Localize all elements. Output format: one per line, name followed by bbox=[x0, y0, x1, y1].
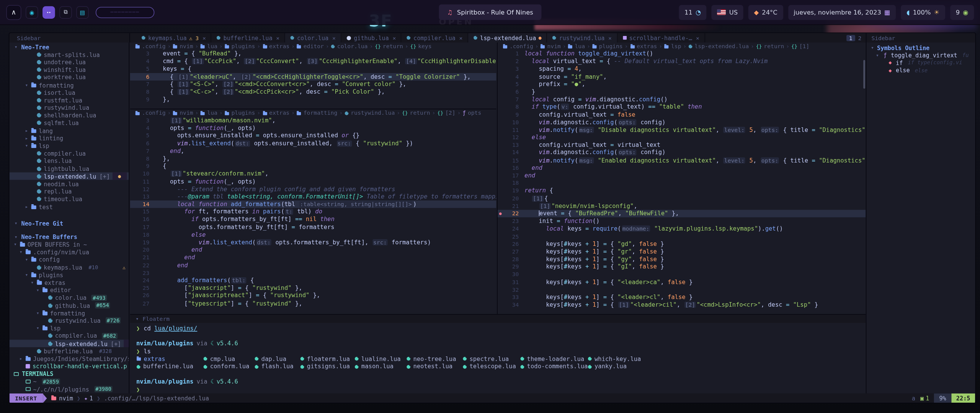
code-line-8[interactable]: 8 }, bbox=[130, 155, 497, 163]
tree-item-lsp-extended.lu[interactable]: lsp-extended.lu [+]● bbox=[9, 340, 129, 347]
close-icon[interactable]: × bbox=[608, 35, 612, 41]
code-line-15[interactable]: 15 for ft, formatters in pairs(t: tbl) d… bbox=[130, 208, 497, 216]
close-icon[interactable]: × bbox=[203, 35, 206, 41]
tab-keymaps.lua[interactable]: keymaps.lua⚠ 3× bbox=[136, 33, 212, 42]
code-line-6[interactable]: 6 { [1]"<leader>uC", [2]"<cmd>CccHighlig… bbox=[130, 73, 497, 80]
now-playing-widget[interactable]: ♫ Spiritbox - Rule Of Nines bbox=[439, 4, 541, 20]
code-line-17[interactable]: 17 opts.formatters_by_ft[ft] = formatter… bbox=[130, 223, 497, 231]
code-line-31[interactable]: 31 keys[#keys + 1] = { "<leader>ca", fal… bbox=[498, 278, 866, 286]
code-line-22[interactable]: ●22 event = { "BufReadPre", "BufNewFile"… bbox=[498, 210, 866, 218]
file-extras[interactable]: extras bbox=[136, 355, 203, 363]
code-line-14[interactable]: 14 vim.diagnostic.config(opts: config) bbox=[498, 149, 866, 156]
expander-icon[interactable]: ▾ bbox=[36, 310, 40, 316]
file-cmp.lua[interactable]: cmp.lua bbox=[203, 355, 255, 363]
tree-item-isort.lua[interactable]: isort.lua bbox=[9, 89, 129, 96]
tab-github.lua[interactable]: github.lua× bbox=[341, 33, 402, 42]
expander-icon[interactable]: ▾ bbox=[24, 257, 29, 263]
code-line-20[interactable]: 20 end bbox=[130, 246, 497, 254]
keyboard-layout-module[interactable]: US bbox=[712, 5, 743, 20]
file-mason.lua[interactable]: mason.lua bbox=[354, 363, 407, 371]
code-line-5[interactable]: 5 opts.ensure_installed = opts.ensure_in… bbox=[130, 132, 497, 140]
code-line-29[interactable]: 29 keys[#keys + 1] = { "gI", false } bbox=[498, 263, 866, 271]
tree-item-compiler.lua[interactable]: compiler.lua bbox=[9, 150, 129, 157]
code-line-5[interactable]: 5 keys = { bbox=[130, 65, 497, 73]
code-line-20[interactable]: 20 [1]{ bbox=[498, 195, 866, 202]
workspace-button[interactable]: ·· bbox=[42, 6, 55, 19]
code-line-25[interactable]: 25 ["javascript"] = { "rustywind" }, bbox=[130, 284, 497, 292]
scrollbar-handle[interactable] bbox=[863, 60, 865, 89]
tree-item-neodim.lua[interactable]: neodim.lua bbox=[9, 180, 129, 188]
symbol-if[interactable]: ◆ifif type(config.vi bbox=[866, 59, 975, 67]
code-line-3[interactable]: 3 event = { "BufRead" }, bbox=[130, 50, 497, 58]
tree-item-formatting[interactable]: ▾formatting bbox=[9, 309, 129, 317]
code-line-19[interactable]: 19 vim.list_extend(dst: opts.formatters_… bbox=[130, 239, 497, 246]
file-todo-comments.lua[interactable]: todo-comments.lua bbox=[520, 363, 588, 371]
code-line-33[interactable]: 33 keys[#keys + 1] = { "<leader>cl", fal… bbox=[498, 294, 866, 301]
code-line-34[interactable]: 34 keys[#keys + 1] = { [1]"<leader>cil",… bbox=[498, 301, 866, 309]
weather-module[interactable]: ◆ 24°C bbox=[748, 5, 783, 20]
tree-item-bufferline.lua[interactable]: bufferline.lua#328 bbox=[9, 347, 129, 355]
close-icon[interactable]: × bbox=[696, 35, 699, 41]
tree-item-lsp[interactable]: ▾lsp bbox=[9, 142, 129, 150]
neo-tree-buffers-header[interactable]: ▾ Neo-Tree Buffers bbox=[9, 233, 129, 241]
file-telescope.lua[interactable]: telescope.lua bbox=[462, 363, 520, 371]
code-line-7[interactable]: 7 end, bbox=[130, 147, 497, 155]
tree-item-rustywind.lua[interactable]: rustywind.lua bbox=[9, 104, 129, 112]
tree-item-timeout.lua[interactable]: timeout.lua bbox=[9, 195, 129, 203]
file-which-key.lua[interactable]: which-key.lua bbox=[588, 355, 641, 363]
symbol-toggle_diag_virtext[interactable]: ▾ƒtoggle_diag_virtextfu bbox=[866, 51, 975, 59]
notes-button[interactable]: ▤ bbox=[76, 6, 89, 19]
tree-item-~[interactable]: ~#2859 bbox=[9, 378, 129, 385]
tree-item-test[interactable]: ▸test bbox=[9, 203, 129, 211]
code-line-19[interactable]: 19return { bbox=[498, 187, 866, 195]
close-icon[interactable]: × bbox=[332, 35, 336, 41]
app-launcher-button[interactable]: ∧ bbox=[6, 5, 21, 20]
expander-icon[interactable]: ▾ bbox=[13, 242, 17, 247]
date-module[interactable]: jueves, noviembre 16, 2023 ▦ bbox=[788, 5, 896, 20]
code-line-2[interactable]: 2 local virtual_text = { -- Default virt… bbox=[498, 58, 866, 65]
floaterm-body[interactable]: ❯cd lua/plugins/nvim/lua/pluginsvia☾v5.4… bbox=[130, 323, 866, 393]
tree-item-extras[interactable]: ▾extras bbox=[9, 279, 129, 286]
expander-icon[interactable]: ▾ bbox=[36, 325, 40, 331]
tree-item-~-.c-n-l-plugins[interactable]: ~/.c/n/l/plugins#3980 bbox=[9, 385, 129, 393]
tree-item-editor[interactable]: ▾editor bbox=[9, 286, 129, 294]
tree-item-config[interactable]: ▾config bbox=[9, 256, 129, 263]
tree-item-smart-splits.lua[interactable]: smart-splits.lua bbox=[9, 51, 129, 59]
tree-item-formatting[interactable]: ▾formatting bbox=[9, 81, 129, 89]
code-line-23[interactable]: 23 bbox=[130, 269, 497, 276]
code-line-25[interactable]: 25 bbox=[498, 233, 866, 240]
file-conform.lua[interactable]: conform.lua bbox=[203, 363, 255, 371]
file-theme-loader.lua[interactable]: theme-loader.lua bbox=[520, 355, 588, 363]
code-line-17[interactable]: 17end bbox=[498, 172, 866, 179]
tree-item-keymaps.lua[interactable]: keymaps.lua#10⚠ bbox=[9, 263, 129, 271]
code-line-27[interactable]: 27 ["typescript"] = { "rustywind" }, bbox=[130, 299, 497, 307]
code-line-9[interactable]: 9 }, bbox=[130, 96, 497, 103]
expander-icon[interactable]: ▸ bbox=[24, 204, 29, 210]
file-bufferline.lua[interactable]: bufferline.lua bbox=[136, 363, 203, 371]
tab-rustywind.lua[interactable]: rustywind.lua× bbox=[547, 33, 617, 42]
code-line-9[interactable]: 9 config.virtual_text = false bbox=[498, 111, 866, 119]
code-line-11[interactable]: 11 opts = function(_, opts) bbox=[130, 178, 497, 185]
tree-item-sqlfmt.lua[interactable]: sqlfmt.lua bbox=[9, 119, 129, 127]
code-line-4[interactable]: 4 opts = function(_, opts) bbox=[130, 124, 497, 132]
code-line-8[interactable]: 8 if type(v: config.virtual_text) == "ta… bbox=[498, 103, 866, 111]
expander-icon[interactable]: ▸ bbox=[24, 128, 29, 133]
code-line-12[interactable]: 12 else bbox=[498, 134, 866, 141]
code-line-21[interactable]: 21 end bbox=[130, 254, 497, 262]
audio-module[interactable]: ◖ 100% ☀ bbox=[901, 5, 945, 20]
power-module[interactable]: 9 ◉ bbox=[950, 5, 974, 20]
file-floaterm.lua[interactable]: floaterm.lua bbox=[300, 355, 354, 363]
file-gitsigns.lua[interactable]: gitsigns.lua bbox=[300, 363, 354, 371]
tree-item-Juegos-Indies-SteamLibrary-st[interactable]: ▸Juegos/Indies/SteamLibrary/st bbox=[9, 355, 129, 363]
tree-item-.config-nvim-lua[interactable]: ▾.config/nvim/lua bbox=[9, 248, 129, 256]
symbol-else[interactable]: ◆elseelse bbox=[866, 67, 975, 74]
tree-item-rustfmt.lua[interactable]: rustfmt.lua bbox=[9, 96, 129, 104]
code-line-24[interactable]: 24 local keys = require(modname: "lazyvi… bbox=[498, 225, 866, 233]
code-line-16[interactable]: 16 if opts.formatters_by_ft[ft] == nil t… bbox=[130, 216, 497, 223]
tree-item-lens.lua[interactable]: lens.lua bbox=[9, 157, 129, 165]
code-buffer-rustywind-lua[interactable]: 3 [1]"williamboman/mason.nvim",4 opts = … bbox=[130, 117, 497, 307]
code-line-12[interactable]: 12 --- Extend the conform plugin config … bbox=[130, 185, 497, 193]
tree-item-compiler.lua[interactable]: compiler.lua#682 bbox=[9, 332, 129, 340]
neo-tree-files-header[interactable]: ▾ Neo-Tree bbox=[9, 43, 129, 51]
code-line-7[interactable]: 7 { [1]"<S-C>", [2]"<cmd>CccConvert<cr>"… bbox=[130, 80, 497, 88]
